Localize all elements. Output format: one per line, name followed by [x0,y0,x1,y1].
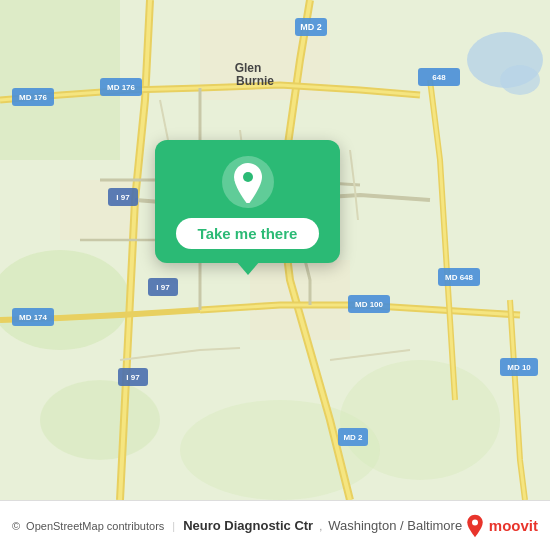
svg-text:MD 648: MD 648 [445,273,474,282]
bottom-left-info: © OpenStreetMap contributors | Neuro Dia… [12,518,462,533]
separator: | [172,520,175,532]
separator2: , [319,520,322,532]
svg-text:MD 10: MD 10 [507,363,531,372]
location-pin-icon [222,156,274,208]
moovit-pin-icon [465,514,485,538]
bottom-bar: © OpenStreetMap contributors | Neuro Dia… [0,500,550,550]
svg-point-2 [500,65,540,95]
location-region: Washington / Baltimore [328,518,462,533]
take-me-there-button[interactable]: Take me there [176,218,320,249]
svg-text:MD 2: MD 2 [300,22,322,32]
svg-point-37 [243,172,253,182]
svg-point-7 [40,380,160,460]
svg-text:648: 648 [432,73,446,82]
location-name: Neuro Diagnostic Ctr [183,518,313,533]
map-container: MD 2 MD 176 MD 176 I 97 I 97 I 97 648 MD… [0,0,550,500]
popup-card: Take me there [155,140,340,263]
svg-text:Glen: Glen [235,61,262,75]
svg-text:MD 176: MD 176 [107,83,136,92]
svg-text:MD 100: MD 100 [355,300,384,309]
svg-text:I 97: I 97 [126,373,140,382]
svg-text:MD 174: MD 174 [19,313,48,322]
copyright-icon: © [12,520,20,532]
svg-text:MD 176: MD 176 [19,93,48,102]
moovit-text: moovit [489,517,538,534]
svg-text:MD 2: MD 2 [343,433,363,442]
osm-attribution: OpenStreetMap contributors [26,520,164,532]
svg-point-38 [472,519,478,525]
moovit-logo: moovit [465,514,538,538]
svg-text:I 97: I 97 [116,193,130,202]
svg-text:I 97: I 97 [156,283,170,292]
svg-text:Burnie: Burnie [236,74,274,88]
